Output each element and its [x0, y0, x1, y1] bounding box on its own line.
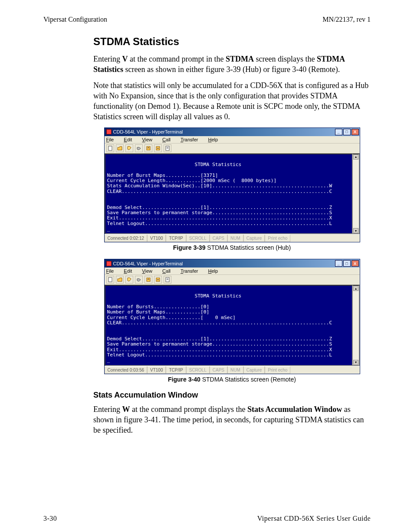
svg-marker-1 [118, 147, 122, 150]
menu-edit[interactable]: Edit [124, 137, 136, 142]
scroll-track[interactable] [353, 160, 359, 228]
screen-stdma: STDMA [226, 55, 254, 63]
open-icon[interactable] [116, 276, 124, 284]
heading-stats-accumulation-window: Stats Accumulation Window [93, 391, 371, 400]
call-icon[interactable] [125, 144, 133, 152]
titlebar[interactable]: CDD-564L Viper - HyperTerminal _ □ X [105, 259, 360, 268]
menu-transfer[interactable]: Transfer [181, 268, 203, 274]
statusbar: Connected 0:03:56 VT100 TCP/IP SCROLL CA… [105, 366, 360, 374]
scroll-down-icon[interactable]: ▾ [353, 360, 358, 365]
footer-title: Vipersat CDD-56X Series User Guide [257, 515, 371, 522]
disconnect-icon[interactable] [135, 276, 143, 284]
status-caps: CAPS [210, 235, 227, 242]
toolbar [105, 144, 360, 153]
scroll-up-icon[interactable]: ▴ [353, 154, 358, 160]
status-protocol: TCP/IP [166, 366, 186, 374]
paragraph-note: Note that statistics will only be accumu… [93, 80, 371, 122]
window-title: CDD-564L Viper - HyperTerminal [113, 129, 183, 134]
status-protocol: TCP/IP [166, 235, 186, 242]
figure-caption-3-40: Figure 3-40 STDMA Statistics screen (Rem… [93, 376, 371, 383]
status-num: NUM [227, 366, 243, 374]
new-icon[interactable] [106, 276, 114, 284]
status-emulation: VT100 [147, 235, 166, 242]
status-emulation: VT100 [147, 366, 166, 374]
scroll-up-icon[interactable]: ▴ [353, 286, 358, 291]
status-capture: Capture [243, 235, 265, 242]
status-printecho: Print echo [265, 235, 290, 242]
send-icon[interactable] [145, 144, 152, 152]
menubar: File Edit View Call Transfer Help [105, 136, 360, 144]
running-head-left: Vipersat Configuration [43, 16, 107, 23]
receive-icon[interactable] [154, 276, 162, 284]
menubar: File Edit View Call Transfer Help [105, 268, 360, 275]
toolbar [105, 275, 360, 285]
minimize-button[interactable]: _ [335, 129, 342, 135]
menu-transfer[interactable]: Transfer [181, 137, 203, 142]
receive-icon[interactable] [154, 144, 162, 152]
menu-file[interactable]: File [106, 268, 118, 274]
running-head-right: MN/22137, rev 1 [322, 16, 371, 23]
scroll-track[interactable] [353, 291, 359, 359]
svg-marker-8 [118, 278, 122, 281]
svg-rect-2 [147, 147, 150, 150]
minimize-button[interactable]: _ [335, 260, 342, 267]
status-scroll: SCROLL [186, 235, 210, 242]
paragraph-intro: Entering V at the command prompt in the … [93, 54, 371, 75]
app-icon [106, 261, 112, 266]
menu-call[interactable]: Call [162, 137, 175, 142]
status-scroll: SCROLL [186, 366, 210, 374]
titlebar[interactable]: CDD-564L Viper - HyperTerminal _ □ X [105, 128, 360, 136]
statusbar: Connected 0:02:12 VT100 TCP/IP SCROLL CA… [105, 234, 360, 242]
menu-call[interactable]: Call [162, 268, 175, 274]
window-title: CDD-564L Viper - HyperTerminal [113, 261, 183, 266]
heading-stdma-statistics: STDMA Statistics [93, 36, 371, 48]
svg-rect-0 [108, 146, 112, 150]
figure-caption-3-39: Figure 3-39 STDMA Statistics screen (Hub… [93, 244, 371, 251]
paragraph-stats-window: Entering W at the command prompt display… [93, 404, 371, 436]
hyperterminal-window-hub: CDD-564L Viper - HyperTerminal _ □ X Fil… [104, 127, 360, 242]
page-number: 3-30 [43, 515, 57, 522]
svg-rect-7 [108, 277, 112, 282]
menu-view[interactable]: View [142, 268, 157, 274]
menu-help[interactable]: Help [208, 137, 223, 142]
app-icon [106, 129, 112, 134]
scrollbar[interactable]: ▴ ▾ [353, 153, 360, 234]
key-w: W [122, 405, 130, 414]
feature-stats-accum-window: Stats Accumulation Window [247, 405, 342, 414]
hyperterminal-window-remote: CDD-564L Viper - HyperTerminal _ □ X Fil… [104, 259, 360, 374]
status-connected: Connected 0:02:12 [105, 235, 148, 242]
status-printecho: Print echo [265, 366, 290, 374]
properties-icon[interactable] [164, 144, 171, 152]
close-button[interactable]: X [352, 260, 359, 267]
disconnect-icon[interactable] [135, 144, 143, 152]
scrollbar[interactable]: ▴ ▾ [353, 285, 360, 366]
new-icon[interactable] [106, 144, 114, 152]
status-capture: Capture [243, 366, 265, 374]
scroll-down-icon[interactable]: ▾ [353, 228, 358, 233]
terminal-output[interactable]: STDMA Statistics Number of Bursts.......… [105, 285, 353, 366]
status-caps: CAPS [210, 366, 227, 374]
svg-rect-3 [156, 147, 160, 150]
menu-help[interactable]: Help [208, 268, 223, 274]
menu-view[interactable]: View [142, 137, 157, 142]
status-connected: Connected 0:03:56 [105, 366, 148, 374]
status-num: NUM [227, 235, 243, 242]
terminal-output[interactable]: STDMA Statistics Number of Burst Maps...… [105, 153, 353, 234]
menu-file[interactable]: File [106, 137, 118, 142]
maximize-button[interactable]: □ [343, 129, 351, 135]
maximize-button[interactable]: □ [343, 260, 351, 267]
open-icon[interactable] [116, 144, 124, 152]
properties-icon[interactable] [164, 276, 171, 284]
key-v: V [122, 55, 128, 63]
svg-rect-10 [156, 278, 160, 281]
close-button[interactable]: X [352, 129, 359, 135]
menu-edit[interactable]: Edit [124, 268, 136, 274]
send-icon[interactable] [145, 276, 152, 284]
svg-rect-9 [147, 278, 150, 281]
call-icon[interactable] [125, 276, 133, 284]
